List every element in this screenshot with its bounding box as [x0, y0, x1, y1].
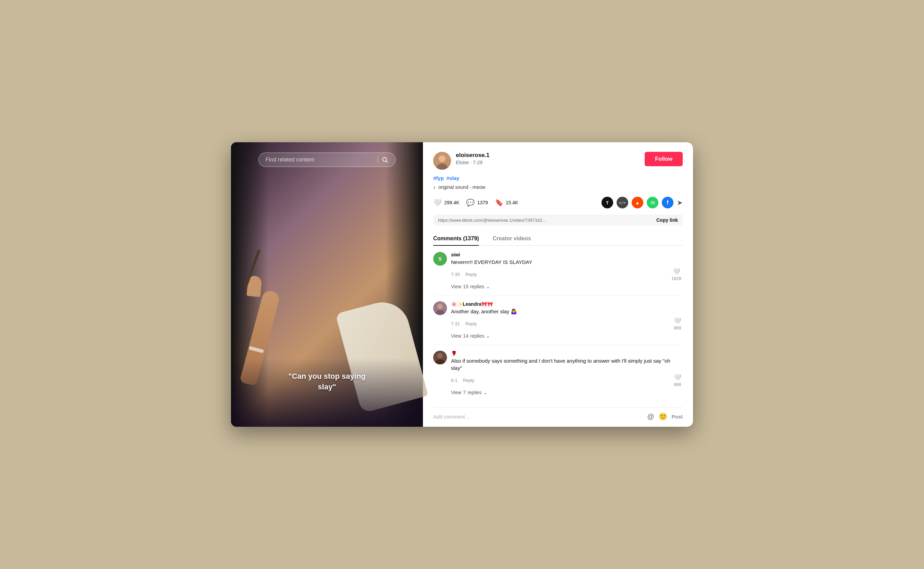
tag-fyp[interactable]: #fyp [433, 175, 444, 181]
svg-point-6 [437, 304, 443, 309]
comment-text-1: Neverrrr!! EVERYDAY IS SLAYDAY [451, 259, 681, 266]
svg-line-1 [386, 161, 388, 163]
profile-username: eloiserose.1 [456, 152, 645, 159]
tiktok-share-button[interactable]: T [602, 197, 613, 208]
profile-sub: Eloise · 7-29 [456, 160, 645, 165]
video-panel: "Can you stop saying slay" [231, 142, 423, 427]
likes-stat[interactable]: 🤍 299.4K [433, 198, 459, 207]
url-row: https://www.tiktok.com/@eloiserose.1/vid… [433, 215, 683, 225]
mention-icon[interactable]: @ [647, 413, 654, 421]
comment-body-2: 🌸✨Leandra🎀🎀 Another day, another slay 🤷‍… [451, 301, 681, 339]
comments-count: 1379 [477, 200, 488, 205]
comment-action-icons: @ 🙂 [647, 412, 667, 421]
heart-icon: 🤍 [673, 268, 680, 275]
tabs-row: Comments (1379) Creator videos [433, 232, 683, 246]
divider-2 [433, 345, 681, 345]
comment-item: S siwi Neverrrr!! EVERYDAY IS SLAYDAY 7-… [433, 252, 681, 289]
follow-button[interactable]: Follow [645, 152, 683, 166]
search-input[interactable] [266, 157, 374, 163]
view-replies-1[interactable]: View 15 replies ⌄ [451, 284, 681, 289]
embed-share-button[interactable]: </> [617, 197, 628, 208]
bookmark-icon: 🔖 [495, 198, 503, 207]
emoji-icon[interactable]: 🙂 [659, 412, 667, 421]
comment-reply-1[interactable]: Reply [465, 272, 477, 277]
view-replies-3[interactable]: View 7 replies ⌄ [451, 390, 681, 395]
tag-slay[interactable]: #slay [447, 175, 460, 181]
profile-info: eloiserose.1 Eloise · 7-29 [456, 152, 645, 165]
comment-avatar-2 [433, 301, 447, 315]
profile-header: eloiserose.1 Eloise · 7-29 Follow [433, 152, 683, 170]
app-container: "Can you stop saying slay" eloiserose.1 … [231, 142, 693, 427]
comment-username-2: 🌸✨Leandra🎀🎀 [451, 301, 681, 307]
comment-item: 🌹 Also if somebody says something and I … [433, 351, 681, 395]
comment-reply-2[interactable]: Reply [465, 321, 477, 326]
comment-item: 🌸✨Leandra🎀🎀 Another day, another slay 🤷‍… [433, 301, 681, 339]
add-comment-bar: @ 🙂 Post [433, 407, 683, 427]
post-button[interactable]: Post [672, 414, 683, 420]
comment-username-1: siwi [451, 252, 681, 257]
comments-list: S siwi Neverrrr!! EVERYDAY IS SLAYDAY 7-… [433, 252, 683, 407]
add-comment-input[interactable] [433, 414, 643, 420]
tab-creator-videos[interactable]: Creator videos [492, 232, 531, 246]
search-bar-container [258, 152, 395, 167]
comment-username-3: 🌹 [451, 351, 681, 356]
search-button[interactable] [381, 156, 388, 163]
comment-text-2: Another day, another slay 🤷‍♀️ [451, 308, 681, 315]
sound-row: ♪ original sound - meow [433, 184, 683, 190]
comment-body-3: 🌹 Also if somebody says something and I … [451, 351, 681, 395]
copy-link-button[interactable]: Copy link [657, 217, 678, 223]
sound-text: original sound - meow [438, 184, 485, 190]
svg-point-9 [437, 353, 443, 359]
comment-avatar-3 [433, 351, 447, 364]
music-icon: ♪ [433, 184, 436, 190]
comment-like-1[interactable]: 🤍 1628 [672, 268, 681, 281]
search-bar [258, 152, 395, 167]
avatar [433, 152, 451, 170]
comment-avatar-1: S [433, 252, 447, 266]
search-divider [378, 156, 378, 163]
reddit-share-button[interactable]: ▲ [632, 197, 643, 208]
heart-icon: 🤍 [674, 374, 681, 381]
comment-meta-2: 7-31 Reply 🤍 869 [451, 317, 681, 330]
right-panel: eloiserose.1 Eloise · 7-29 Follow #fyp #… [423, 142, 693, 427]
svg-point-0 [383, 157, 387, 161]
facebook-share-button[interactable]: f [662, 197, 673, 208]
tab-comments[interactable]: Comments (1379) [433, 232, 479, 246]
comment-like-3[interactable]: 🤍 688 [674, 374, 681, 387]
comment-date-3: 8-1 [451, 378, 457, 383]
tags-row: #fyp #slay [433, 175, 683, 181]
svg-point-3 [439, 155, 445, 162]
saves-count: 15.4K [506, 200, 518, 205]
divider-1 [433, 295, 681, 296]
comment-icon: 💬 [466, 198, 475, 207]
comment-body-1: siwi Neverrrr!! EVERYDAY IS SLAYDAY 7-30… [451, 252, 681, 289]
comment-meta-3: 8-1 Reply 🤍 688 [451, 374, 681, 387]
whatsapp-share-button[interactable]: ✉ [647, 197, 658, 208]
url-text: https://www.tiktok.com/@eloiserose.1/vid… [438, 218, 653, 223]
comment-date-2: 7-31 [451, 321, 460, 326]
share-icons: T </> ▲ ✉ f ➤ [602, 197, 683, 208]
stats-row: 🤍 299.4K 💬 1379 🔖 15.4K T </> ▲ ✉ f ➤ [433, 197, 683, 208]
likes-count: 299.4K [444, 200, 459, 205]
heart-icon: 🤍 [674, 317, 681, 325]
view-replies-2[interactable]: View 14 replies ⌄ [451, 333, 681, 339]
video-bottom-overlay [231, 358, 423, 427]
comment-meta-1: 7-30 Reply 🤍 1628 [451, 268, 681, 281]
saves-stat[interactable]: 🔖 15.4K [495, 198, 518, 207]
more-share-button[interactable]: ➤ [677, 198, 683, 207]
comment-reply-3[interactable]: Reply [463, 378, 474, 383]
heart-icon: 🤍 [433, 198, 442, 207]
comments-stat[interactable]: 💬 1379 [466, 198, 488, 207]
comment-like-2[interactable]: 🤍 869 [674, 317, 681, 330]
video-caption: "Can you stop saying slay" [288, 371, 366, 393]
comment-text-3: Also if somebody says something and I do… [451, 357, 681, 371]
comment-date-1: 7-30 [451, 272, 460, 277]
